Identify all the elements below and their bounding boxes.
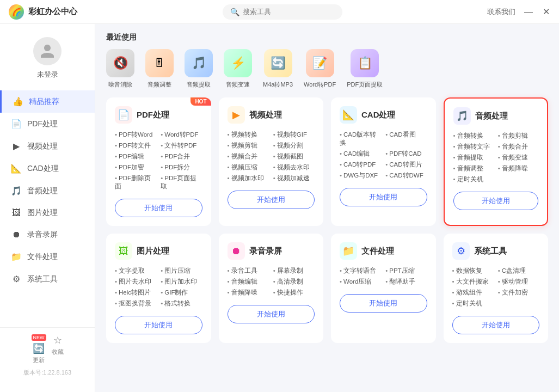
contact-link[interactable]: 联系我们	[487, 7, 515, 17]
recent-tool-M4a转MP3[interactable]: 🔄 M4a转MP3	[263, 49, 293, 89]
favorite-button[interactable]: ☆ 收藏	[52, 334, 64, 364]
recent-tool-噪音消除[interactable]: 🔇 噪音消除	[106, 49, 134, 89]
nav-icon-pdf: 📄	[11, 119, 22, 129]
start-button-file[interactable]: 开始使用	[340, 294, 427, 313]
nav-label-system: 系统工具	[27, 274, 58, 284]
start-button-image[interactable]: 开始使用	[115, 316, 202, 334]
feature-item: Word转PDF	[161, 130, 202, 139]
feature-item: 音频合并	[498, 142, 538, 151]
user-area: 未登录	[0, 33, 95, 90]
search-box[interactable]: 🔍	[223, 4, 342, 20]
card-header: ⚙ 系统工具	[452, 242, 540, 260]
feature-item: 录音工具	[228, 266, 269, 275]
minimize-button[interactable]: —	[524, 8, 533, 16]
feature-item: 音频剪辑	[498, 131, 538, 140]
feature-item: PDF转CAD	[385, 149, 427, 158]
recent-tool-音频调整[interactable]: 🎚 音频调整	[145, 49, 174, 89]
feature-item: CAD看图	[385, 130, 427, 148]
start-button-pdf[interactable]: 开始使用	[115, 199, 202, 217]
recent-tool-icon: 📝	[306, 49, 334, 77]
feature-item: 翻译助手	[385, 277, 427, 286]
sidebar-item-pdf[interactable]: 📄 PDF处理	[0, 113, 95, 135]
recent-tool-label: PDF页面提取	[347, 81, 383, 89]
recent-tool-Word转PDF[interactable]: 📝 Word转PDF	[304, 49, 336, 89]
card-features-image: 文字提取图片压缩图片去水印图片加水印Heic转图片GIF制作抠图换背景格式转换	[115, 266, 202, 308]
card-features-cad: CAD版本转换CAD看图CAD编辑PDF转CADCAD转PDFCAD转图片DWG…	[340, 130, 427, 180]
card-header: 🖼 图片处理	[115, 242, 202, 260]
feature-item: 视频转换	[228, 130, 269, 139]
hot-badge: HOT	[191, 97, 211, 106]
feature-item: 文字转语音	[340, 266, 381, 275]
sidebar-item-system[interactable]: ⚙ 系统工具	[0, 268, 95, 290]
nav-icon-file: 📁	[11, 252, 22, 262]
nav-icon-system: ⚙	[11, 274, 22, 284]
title-bar-right: 联系我们 — ✕	[487, 7, 550, 17]
avatar[interactable]	[33, 37, 62, 65]
sidebar-item-cad[interactable]: 📐 CAD处理	[0, 157, 95, 180]
recent-tool-icon: 🎚	[145, 49, 174, 77]
card-record: ⏺ 录音录屏 录音工具屏幕录制音频编辑高清录制音频降噪快捷操作 开始使用	[219, 234, 324, 343]
sidebar-item-image[interactable]: 🖼 图片处理	[0, 202, 95, 224]
version-text: 版本号:1.22.8.163	[5, 369, 89, 377]
start-button-system[interactable]: 开始使用	[452, 316, 540, 334]
close-button[interactable]: ✕	[542, 8, 550, 16]
sidebar-item-featured[interactable]: 👍 精品推荐	[0, 90, 95, 113]
feature-item: 定时关机	[453, 175, 494, 184]
recent-tool-icon: 📋	[351, 49, 379, 77]
card-title-audio: 音频处理	[475, 111, 508, 121]
feature-item: 定时关机	[452, 299, 494, 308]
feature-item: GIF制作	[161, 288, 202, 297]
nav-icon-video: ▶	[11, 141, 22, 151]
sidebar-item-file[interactable]: 📁 文件处理	[0, 246, 95, 268]
update-label: 更新	[33, 356, 45, 364]
nav-icon-audio: 🎵	[11, 186, 22, 196]
card-title-record: 录音录屏	[249, 246, 282, 256]
card-cad: 📐 CAD处理 CAD版本转换CAD看图CAD编辑PDF转CADCAD转PDFC…	[331, 97, 436, 226]
card-icon-system: ⚙	[452, 242, 470, 260]
sidebar-item-video[interactable]: ▶ 视频处理	[0, 135, 95, 157]
recent-title: 最近使用	[106, 33, 548, 42]
user-status[interactable]: 未登录	[37, 70, 58, 79]
feature-item: 视频转GIF	[273, 130, 315, 139]
feature-item: C盘清理	[498, 266, 539, 275]
sidebar-item-record[interactable]: ⏺ 录音录屏	[0, 224, 95, 246]
recent-tool-label: Word转PDF	[304, 81, 336, 89]
feature-item: 音频降噪	[498, 164, 538, 173]
start-button-video[interactable]: 开始使用	[228, 191, 315, 209]
nav-label-video: 视频处理	[27, 142, 58, 151]
nav-container: 👍 精品推荐 📄 PDF处理 ▶ 视频处理 📐 CAD处理 🎵 音频处理 🖼 图…	[0, 90, 95, 290]
app-logo: 🌈	[9, 4, 24, 20]
card-features-pdf: PDF转WordWord转PDFPDF转文件文件转PDFPDF编辑PDF合并PD…	[115, 130, 202, 191]
feature-item: 高清录制	[273, 277, 315, 286]
recent-tool-PDF页面提取[interactable]: 📋 PDF页面提取	[347, 49, 383, 89]
feature-item: 视频剪辑	[228, 141, 269, 150]
feature-item: PDF转文件	[115, 141, 156, 150]
card-features-audio: 音频转换音频剪辑音频转文字音频合并音频提取音频变速音频调整音频降噪定时关机	[453, 131, 539, 184]
recent-tool-icon: ⚡	[224, 49, 252, 77]
feature-item: PDF转Word	[115, 130, 156, 139]
nav-icon-record: ⏺	[11, 230, 22, 240]
update-button[interactable]: NEW 🔄 更新	[32, 334, 46, 364]
card-header: ▶ 视频处理	[228, 106, 315, 124]
start-button-record[interactable]: 开始使用	[228, 305, 315, 323]
main-layout: 未登录 👍 精品推荐 📄 PDF处理 ▶ 视频处理 📐 CAD处理 🎵 音频处理…	[0, 24, 559, 392]
start-button-cad[interactable]: 开始使用	[340, 188, 427, 206]
sidebar-item-audio[interactable]: 🎵 音频处理	[0, 180, 95, 202]
feature-item: 图片加水印	[161, 277, 202, 286]
card-header: 📁 文件处理	[340, 242, 427, 260]
card-title-video: 视频处理	[249, 110, 282, 120]
feature-item: 视频压缩	[228, 163, 269, 172]
search-input[interactable]	[243, 8, 330, 16]
app-title: 彩虹办公中心	[28, 7, 77, 17]
new-badge: NEW	[32, 334, 46, 341]
recent-tool-icon: 🔄	[264, 49, 292, 77]
title-bar-left: 🌈 彩虹办公中心	[9, 4, 77, 20]
feature-item: 视频去水印	[273, 163, 315, 172]
feature-item: 快捷操作	[273, 288, 315, 297]
recent-tool-音频提取[interactable]: 🎵 音频提取	[185, 49, 213, 89]
start-button-audio[interactable]: 开始使用	[453, 192, 539, 210]
nav-icon-featured: 👍	[13, 96, 23, 107]
card-title-cad: CAD处理	[361, 110, 396, 120]
feature-item: PDF拆分	[161, 163, 202, 172]
recent-tool-音频变速[interactable]: ⚡ 音频变速	[224, 49, 252, 89]
